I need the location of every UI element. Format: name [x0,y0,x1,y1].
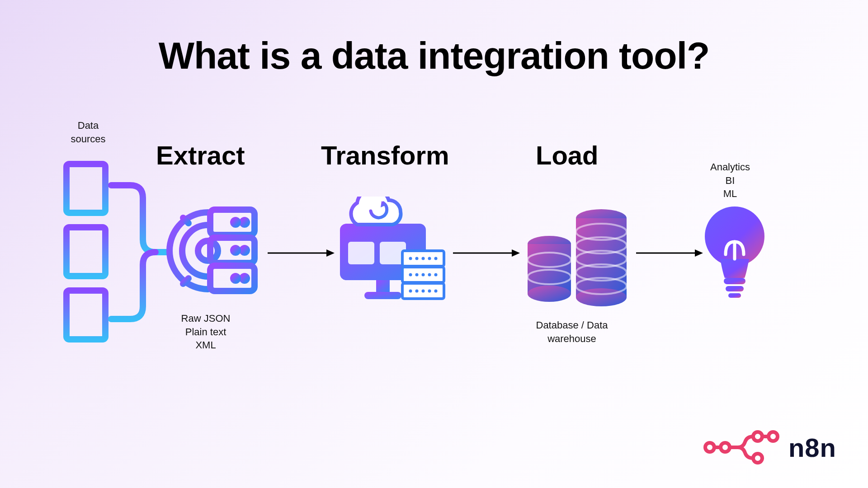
brand-name: n8n [788,432,836,463]
stage-transform-label: Transform [321,140,449,170]
svg-point-41 [428,257,431,260]
svg-rect-73 [728,293,741,298]
n8n-logo-icon [703,429,779,465]
svg-marker-54 [512,249,520,257]
source-connectors [108,181,171,330]
svg-point-57 [528,286,571,302]
svg-point-23 [242,248,247,253]
stage-extract-label: Extract [156,140,245,170]
svg-rect-72 [726,286,744,291]
load-caption: Database / Data warehouse [520,319,624,345]
svg-line-16 [183,278,189,284]
data-sources-label: Data sources [54,119,122,145]
svg-point-39 [415,257,419,260]
brand-logo: n8n [703,429,836,465]
arrow-transform-load [452,248,520,258]
svg-point-52 [434,290,438,293]
analytics-caption: Analytics BI ML [694,160,766,201]
svg-rect-33 [364,292,401,299]
stage-load-label: Load [536,140,599,170]
svg-marker-69 [695,249,703,257]
svg-point-44 [415,273,419,277]
svg-point-38 [409,257,412,260]
extract-icon [165,203,260,298]
extract-caption: Raw JSON Plain text XML [167,312,244,352]
svg-marker-28 [326,249,335,257]
svg-point-49 [415,290,419,293]
svg-point-25 [242,276,247,281]
data-sources-icon [61,160,111,350]
svg-rect-71 [724,278,745,284]
svg-point-47 [434,273,438,277]
svg-point-46 [428,273,431,277]
svg-rect-30 [348,242,374,264]
lightbulb-icon [703,206,766,310]
svg-point-42 [434,257,438,260]
transform-icon [335,197,448,310]
svg-point-43 [409,273,412,277]
svg-point-45 [422,273,425,277]
load-icon [524,206,633,310]
svg-point-21 [242,220,247,225]
svg-point-79 [753,454,762,463]
svg-point-40 [422,257,425,260]
arrow-load-analytics [635,248,703,258]
svg-point-48 [409,290,412,293]
svg-rect-61 [576,218,627,297]
svg-rect-32 [376,280,390,292]
svg-point-22 [233,220,238,225]
arrow-extract-transform [267,248,335,258]
svg-point-26 [233,276,238,281]
svg-point-50 [422,290,425,293]
diagram-title: What is a data integration tool? [0,34,868,78]
svg-point-24 [233,248,238,253]
svg-line-14 [183,218,189,223]
svg-point-51 [428,290,431,293]
